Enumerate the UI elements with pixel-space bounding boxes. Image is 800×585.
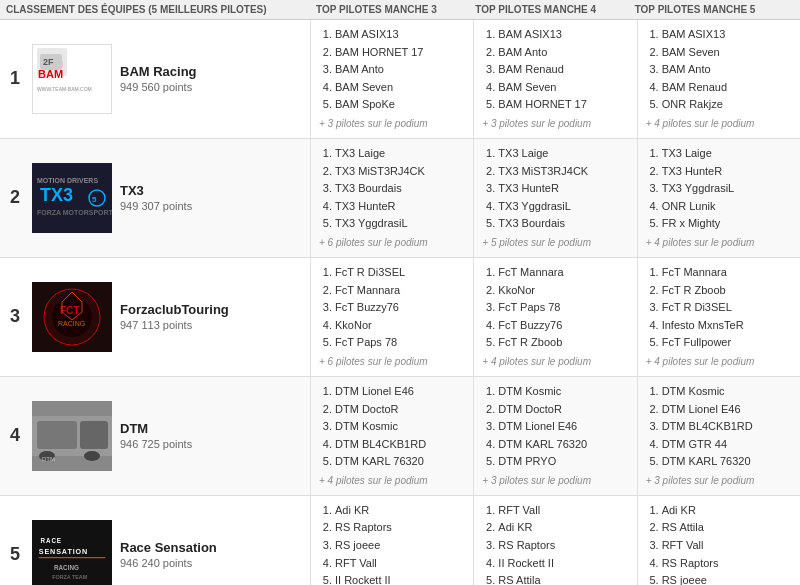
pilot-item: RS Attila <box>498 572 628 585</box>
pilot-item: FcT Mannara <box>662 264 792 282</box>
pilot-item: FcT Paps 78 <box>498 299 628 317</box>
pilot-item: FcT Fullpower <box>662 334 792 352</box>
team-rank: 4 <box>6 425 24 446</box>
pilot-item: DTM PRYO <box>498 453 628 471</box>
podium-note: + 4 pilotes sur le podium <box>646 235 792 251</box>
pilot-item: RS Raptors <box>662 555 792 573</box>
team-details: DTM 946 725 points <box>120 421 192 450</box>
svg-rect-21 <box>80 421 108 449</box>
pilot-item: BAM Renaud <box>498 61 628 79</box>
podium-note: + 4 pilotes sur le podium <box>482 354 628 370</box>
pilot-item: DTM Kosmic <box>662 383 792 401</box>
svg-text:TX3: TX3 <box>40 185 73 205</box>
team-name: TX3 <box>120 183 192 198</box>
team-info: 1 TEAM BAM WWW.TEAM-BAM.COM 2F BAM Racin… <box>0 20 310 138</box>
manche4-col: BAM ASIX13BAM AntoBAM RenaudBAM SevenBAM… <box>473 20 636 138</box>
team-logo: RACE SENSATION RACING FORZA TEAM <box>32 520 112 585</box>
table-row: 2 MOTION DRIVERS TX3 FORZA MOTORSPORT 5 … <box>0 139 800 258</box>
svg-text:MOTION DRIVERS: MOTION DRIVERS <box>37 177 98 184</box>
team-info: 3 FCT RACING ForzaclubTouring 947 113 po… <box>0 258 310 376</box>
podium-note: + 6 pilotes sur le podium <box>319 354 465 370</box>
pilot-item: Infesto MxnsTeR <box>662 317 792 335</box>
svg-text:DTM: DTM <box>42 456 55 462</box>
pilot-item: TX3 Bourdais <box>498 215 628 233</box>
svg-text:WWW.TEAM-BAM.COM: WWW.TEAM-BAM.COM <box>37 86 92 92</box>
team-name: DTM <box>120 421 192 436</box>
table-row: 4 DTM DTM 946 725 points DTM Lionel E46D… <box>0 377 800 496</box>
table-row: 3 FCT RACING ForzaclubTouring 947 113 po… <box>0 258 800 377</box>
pilot-item: RFT Vall <box>498 502 628 520</box>
manche3-col: TX3 LaigeTX3 MiST3RJ4CKTX3 BourdaisTX3 H… <box>310 139 473 257</box>
team-info: 2 MOTION DRIVERS TX3 FORZA MOTORSPORT 5 … <box>0 139 310 257</box>
pilot-item: BAM Anto <box>335 61 465 79</box>
pilot-item: RS joeee <box>662 572 792 585</box>
pilot-item: TX3 Laige <box>662 145 792 163</box>
header-manche3: TOP PILOTES MANCHE 3 <box>316 4 475 15</box>
pilot-item: TX3 YggdrasiL <box>498 198 628 216</box>
team-rank: 5 <box>6 544 24 565</box>
pilot-item: DTM DoctoR <box>498 401 628 419</box>
manche3-col: BAM ASIX13BAM HORNET 17BAM AntoBAM Seven… <box>310 20 473 138</box>
pilot-item: FcT Buzzy76 <box>335 299 465 317</box>
svg-text:RACE: RACE <box>41 537 62 544</box>
manche5-col: BAM ASIX13BAM SevenBAM AntoBAM RenaudONR… <box>637 20 800 138</box>
svg-point-15 <box>52 297 92 337</box>
team-logo: FCT RACING <box>32 282 112 352</box>
svg-text:SENSATION: SENSATION <box>39 547 89 556</box>
pilot-item: BAM Seven <box>662 44 792 62</box>
team-rank: 3 <box>6 306 24 327</box>
pilot-item: RFT Vall <box>335 555 465 573</box>
pilot-item: BAM Seven <box>335 79 465 97</box>
pilot-item: DTM BL4CKB1RD <box>662 418 792 436</box>
team-logo: TEAM BAM WWW.TEAM-BAM.COM 2F <box>32 44 112 114</box>
pilot-item: RS Raptors <box>335 519 465 537</box>
header-manche5: TOP PILOTES MANCHE 5 <box>635 4 794 15</box>
pilot-item: BAM HORNET 17 <box>335 44 465 62</box>
pilot-item: TX3 Laige <box>498 145 628 163</box>
team-points: 949 307 points <box>120 200 192 212</box>
svg-text:5: 5 <box>92 195 97 204</box>
pilot-item: DTM Kosmic <box>498 383 628 401</box>
team-rank: 2 <box>6 187 24 208</box>
header-team: CLASSEMENT DES ÉQUIPES (5 MEILLEURS PILO… <box>6 4 316 15</box>
pilot-item: BAM SpoKe <box>335 96 465 114</box>
team-name: BAM Racing <box>120 64 197 79</box>
pilot-item: BAM Seven <box>498 79 628 97</box>
pilot-item: Adi KR <box>498 519 628 537</box>
team-points: 946 725 points <box>120 438 192 450</box>
podium-note: + 5 pilotes sur le podium <box>482 235 628 251</box>
pilot-item: DTM Lionel E46 <box>662 401 792 419</box>
pilot-item: BAM Anto <box>498 44 628 62</box>
pilot-item: FcT Mannara <box>498 264 628 282</box>
pilot-item: II Rockett II <box>498 555 628 573</box>
team-info: 4 DTM DTM 946 725 points <box>0 377 310 495</box>
team-points: 949 560 points <box>120 81 197 93</box>
pilot-item: KkoNor <box>498 282 628 300</box>
podium-note: + 4 pilotes sur le podium <box>319 473 465 489</box>
team-details: Race Sensation 946 240 points <box>120 540 217 569</box>
manche4-col: TX3 LaigeTX3 MiST3RJ4CKTX3 HunteRTX3 Ygg… <box>473 139 636 257</box>
svg-text:FCT: FCT <box>60 305 79 316</box>
pilot-item: ONR Rakjze <box>662 96 792 114</box>
svg-text:2F: 2F <box>43 57 54 67</box>
manche4-col: RFT VallAdi KRRS RaptorsII Rockett IIRS … <box>473 496 636 585</box>
pilot-item: TX3 HunteR <box>498 180 628 198</box>
table-row: 1 TEAM BAM WWW.TEAM-BAM.COM 2F BAM Racin… <box>0 20 800 139</box>
pilot-item: Adi KR <box>335 502 465 520</box>
pilot-item: KkoNor <box>335 317 465 335</box>
team-details: ForzaclubTouring 947 113 points <box>120 302 229 331</box>
table-row: 5 RACE SENSATION RACING FORZA TEAM Race … <box>0 496 800 585</box>
pilot-item: FcT R Di3SEL <box>335 264 465 282</box>
pilot-item: DTM Lionel E46 <box>498 418 628 436</box>
manche4-col: DTM KosmicDTM DoctoRDTM Lionel E46DTM KA… <box>473 377 636 495</box>
pilot-item: FcT Paps 78 <box>335 334 465 352</box>
team-logo: DTM <box>32 401 112 471</box>
podium-note: + 3 pilotes sur le podium <box>482 116 628 132</box>
teams-table: 1 TEAM BAM WWW.TEAM-BAM.COM 2F BAM Racin… <box>0 20 800 585</box>
pilot-item: TX3 HunteR <box>335 198 465 216</box>
podium-note: + 4 pilotes sur le podium <box>646 354 792 370</box>
team-info: 5 RACE SENSATION RACING FORZA TEAM Race … <box>0 496 310 585</box>
pilot-item: FcT R Zboob <box>662 282 792 300</box>
pilot-item: Adi KR <box>662 502 792 520</box>
pilot-item: DTM KARL 76320 <box>662 453 792 471</box>
